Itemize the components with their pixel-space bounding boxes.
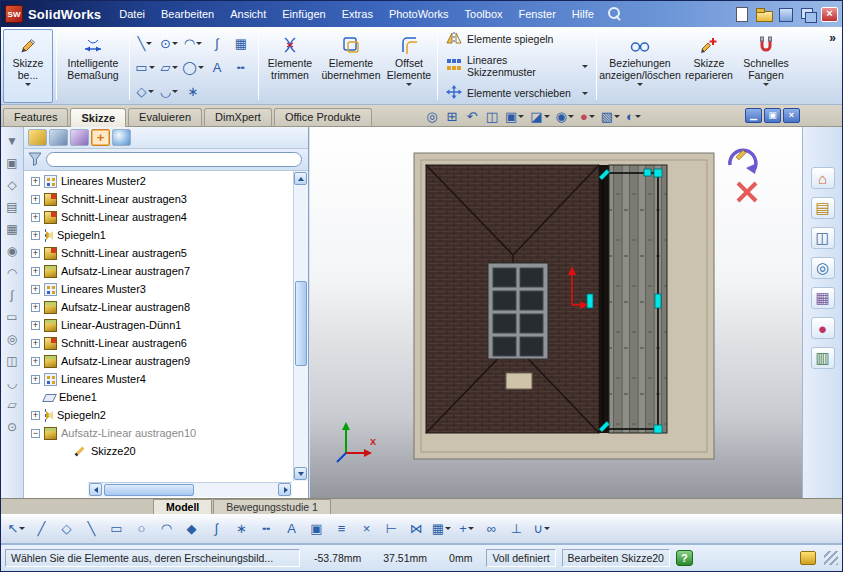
dimxpertmanager-tab[interactable] [91, 129, 110, 146]
point-tool[interactable]: ∗ [181, 79, 205, 103]
polygon-tool[interactable]: ◇ [133, 79, 157, 103]
custom-properties-icon[interactable]: ▥ [811, 347, 835, 369]
search-icon[interactable] [606, 6, 624, 22]
centerline-icon[interactable]: ╍ [255, 517, 278, 541]
expand-toggle[interactable]: + [31, 213, 40, 222]
shell-tool-icon[interactable]: ▱ [3, 395, 22, 414]
slot-tool[interactable]: ▱ [157, 55, 181, 79]
toolbars-icon[interactable] [777, 6, 795, 22]
fillet-tool[interactable]: ◡ [157, 79, 181, 103]
draft-tool-icon[interactable]: ⊙ [3, 417, 22, 436]
expand-toggle[interactable]: + [31, 375, 40, 384]
view-orientation-icon[interactable]: ▣ [503, 107, 526, 125]
house-model[interactable] [414, 153, 714, 459]
trim-entities-button[interactable]: Elemente trimmen [262, 29, 318, 103]
mirror-entities-icon[interactable]: ⋈ [405, 517, 428, 541]
mirror-tool-icon[interactable]: ◫ [3, 351, 22, 370]
trim-entities-icon[interactable]: × [355, 517, 378, 541]
repair-sketch-button[interactable]: Skizze reparieren [680, 29, 738, 103]
smart-dimension-icon[interactable]: ◇ [55, 517, 78, 541]
previous-view-icon[interactable]: ↶ [463, 107, 481, 125]
zoom-area-icon[interactable]: ⊞ [443, 107, 461, 125]
arc-tool[interactable]: ◠ [181, 31, 205, 55]
handle-top-mid[interactable] [644, 169, 651, 176]
menu-toolbox[interactable]: Toolbox [457, 6, 511, 22]
quick-tips-icon[interactable] [676, 550, 693, 566]
polygon-icon[interactable]: ◆ [180, 517, 203, 541]
apply-scene-icon[interactable]: ▧ [599, 107, 622, 125]
expand-toggle[interactable]: + [31, 231, 40, 240]
cut-tool-icon[interactable]: ▭ [3, 307, 22, 326]
tree-vertical-scrollbar[interactable] [293, 171, 308, 481]
move-entities-button[interactable]: Elemente verschieben [441, 82, 593, 104]
file-explorer-icon[interactable]: ◫ [811, 227, 835, 249]
expand-toggle[interactable]: + [31, 357, 40, 366]
offset-entities-icon[interactable]: ≡ [330, 517, 353, 541]
sweep-tool-icon[interactable]: ◠ [3, 263, 22, 282]
text-icon[interactable]: A [280, 517, 303, 541]
tree-item[interactable]: +Lineares Muster2 [25, 172, 292, 190]
menu-datei[interactable]: Datei [111, 6, 153, 22]
expand-toggle[interactable]: + [31, 267, 40, 276]
tree-item[interactable]: +Linear-Austragen-Dünn1 [25, 316, 292, 334]
menu-extras[interactable]: Extras [334, 6, 381, 22]
tab-skizze[interactable]: Skizze [70, 108, 126, 127]
fillet-tool-icon[interactable]: ◡ [3, 373, 22, 392]
expand-toggle[interactable]: + [31, 411, 40, 420]
solidworks-resources-icon[interactable]: ⌂ [811, 167, 835, 189]
rectangle-icon[interactable]: ▭ [105, 517, 128, 541]
tree-item[interactable]: −Aufsatz-Linear austragen10 [25, 424, 292, 442]
line-icon[interactable]: ╲ [80, 517, 103, 541]
ellipse-tool[interactable]: ◯ [181, 55, 205, 79]
tab-dimxpert[interactable]: DimXpert [204, 108, 272, 126]
select-tool-icon[interactable]: ▼ [3, 131, 22, 150]
select-icon[interactable]: ↖ [5, 517, 28, 541]
display-style-icon[interactable]: ◪ [528, 107, 551, 125]
view-palette-icon[interactable]: ▦ [811, 287, 835, 309]
offset-entities-button[interactable]: Offset Elemente [384, 29, 434, 103]
tree-item[interactable]: +Aufsatz-Linear austragen8 [25, 298, 292, 316]
scroll-down-button[interactable] [294, 467, 307, 480]
sketch-tool-icon[interactable]: ▣ [3, 153, 22, 172]
move-entities-icon[interactable]: + [455, 517, 478, 541]
vertical-scroll-thumb[interactable] [295, 281, 307, 366]
sketch-pattern-tool[interactable]: ▦ [229, 31, 253, 55]
dimension-tool-icon[interactable]: ◇ [3, 175, 22, 194]
loft-tool-icon[interactable]: ∫ [3, 285, 22, 304]
convert-entities-icon[interactable]: ▣ [305, 517, 328, 541]
tab-features[interactable]: Features [3, 108, 68, 126]
handle-right-mid[interactable] [655, 294, 661, 308]
minimize-button[interactable]: ▁ [745, 108, 762, 123]
tree-item[interactable]: +Spiegeln1 [25, 226, 292, 244]
resize-grip[interactable] [824, 551, 838, 565]
view-settings-icon[interactable]: ◐ [624, 107, 643, 125]
expand-toggle[interactable]: + [31, 303, 40, 312]
rectangle-tool[interactable]: ▭ [133, 55, 157, 79]
tree-item[interactable]: Skizze20 [25, 442, 292, 460]
circle-icon[interactable]: ○ [130, 517, 153, 541]
handle-bottom-right[interactable] [654, 425, 662, 433]
close-icon[interactable] [821, 7, 838, 22]
extrude-tool-icon[interactable]: ▤ [3, 197, 22, 216]
extend-entities-icon[interactable]: ⊢ [380, 517, 403, 541]
hole-tool-icon[interactable]: ◎ [3, 329, 22, 348]
configurationmanager-tab[interactable] [70, 129, 89, 146]
spline-tool[interactable]: ∫ [205, 31, 229, 55]
add-relation-icon[interactable]: ⊥ [505, 517, 528, 541]
arc-icon[interactable]: ◠ [155, 517, 178, 541]
linear-pattern-icon[interactable]: ▦ [430, 517, 453, 541]
quick-snaps-icon[interactable]: ∪ [530, 517, 553, 541]
pattern-tool-icon[interactable]: ▦ [3, 219, 22, 238]
menu-fenster[interactable]: Fenster [511, 6, 564, 22]
open-icon[interactable] [755, 6, 773, 22]
menu-bearbeiten[interactable]: Bearbeiten [153, 6, 222, 22]
section-view-icon[interactable]: ◫ [483, 107, 501, 125]
tree-item[interactable]: Ebene1 [25, 388, 292, 406]
menu-einfügen[interactable]: Einfügen [274, 6, 333, 22]
expand-toggle[interactable]: − [31, 429, 40, 438]
restore-button[interactable]: ▣ [764, 108, 781, 123]
smart-dimension-button[interactable]: Intelligente Bemaßung [60, 29, 126, 103]
display-relations-icon[interactable]: ∞ [480, 517, 503, 541]
handle-top-right[interactable] [654, 169, 662, 177]
expand-toggle[interactable]: + [31, 249, 40, 258]
